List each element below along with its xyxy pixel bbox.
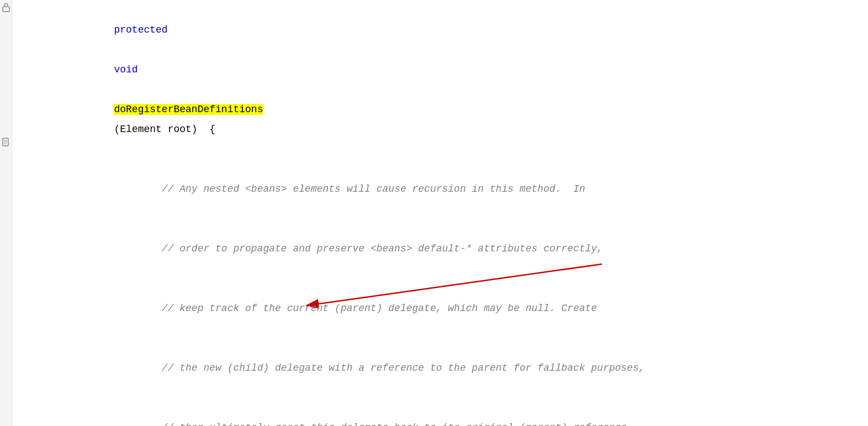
code-editor: protected void doRegisterBeanDefinitions… — [0, 0, 868, 426]
method-highlight: doRegisterBeanDefinitions — [114, 104, 263, 115]
code-lines: protected void doRegisterBeanDefinitions… — [0, 0, 868, 426]
comment-6: // then ultimately reset this.delegate b… — [114, 422, 633, 426]
comment-4: // keep track of the current (parent) de… — [114, 303, 597, 314]
code-line-3: // order to propagate and preserve <bean… — [33, 219, 868, 278]
code-line-1: protected void doRegisterBeanDefinitions… — [33, 0, 868, 159]
comment-5: // the new (child) delegate with a refer… — [114, 362, 644, 374]
code-line-4: // keep track of the current (parent) de… — [33, 278, 868, 338]
keyword-void: void — [114, 64, 137, 75]
comment-3: // order to propagate and preserve <bean… — [114, 243, 603, 254]
code-line-6: // then ultimately reset this.delegate b… — [33, 398, 868, 426]
code-line-5: // the new (child) delegate with a refer… — [33, 338, 868, 398]
code-line-2: // Any nested <beans> elements will caus… — [33, 159, 868, 219]
comment-2: // Any nested <beans> elements will caus… — [114, 183, 585, 194]
keyword-protected: protected — [114, 24, 167, 35]
